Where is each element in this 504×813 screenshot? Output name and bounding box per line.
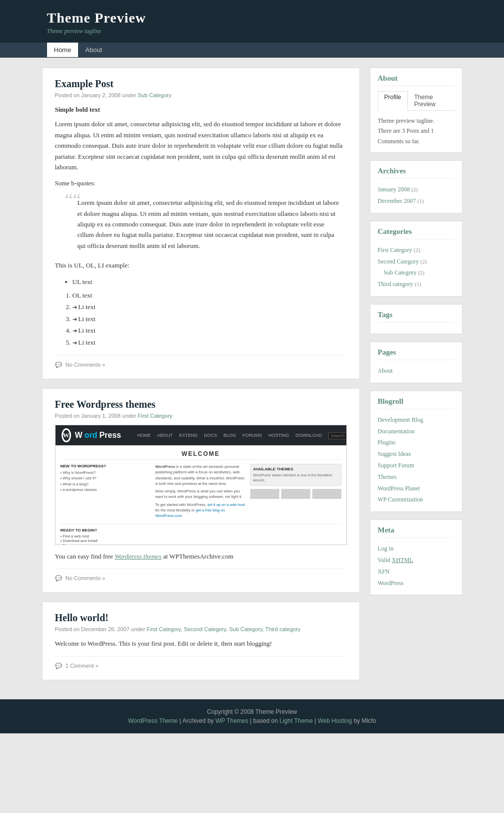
widget-categories-title: Categories [378,227,454,239]
blogroll-docs-link[interactable]: Documentation [378,428,415,435]
cat-first: First Category (2) [378,244,454,256]
cat-third: Third category (1) [378,279,454,290]
wordpress-screenshot: W WordPress HOME ABOUT EXTEND DOCS BLOG … [55,425,347,545]
list-intro: This is UL, OL, LI example: [55,260,347,270]
wp-logo-text: WordPress [75,431,121,440]
tab-theme-preview[interactable]: Theme Preview [408,91,454,110]
post-title-free-themes: Free Wordpress themes [55,399,347,410]
cat-second: Second Category (2) [378,256,454,267]
blogroll-planet-link[interactable]: WordPress Planet [378,485,420,492]
post-title-hello: Hello world! [55,612,347,624]
wp-mock-cols: NEW TO WORDPRESS? • Why is WordPress? • … [61,464,341,518]
comment-link-hello[interactable]: 1 Comment » [66,663,99,669]
wp-search-input[interactable] [328,432,347,439]
meta-login: Log in [378,543,454,555]
ul-item: UL text [73,276,347,288]
meta-login-link[interactable]: Log in [378,545,394,552]
comment-icon-2: 💬 [55,575,62,581]
archive-jan-2008-link[interactable]: January 2008 [378,186,410,193]
sidebar: About Profile Theme Preview Theme previe… [370,68,462,689]
blogroll-list: Development Blog Documentation Plugins S… [378,414,454,505]
footer-web-hosting-link[interactable]: Web Hosting [318,717,352,724]
about-content: Theme preview tagline. There are 3 Posts… [378,116,454,146]
footer-wp-theme-link[interactable]: WordPress Theme [128,717,178,724]
site-title: Theme Preview [47,10,457,26]
post-body-hello: Welcome to WordPress. This is your first… [55,638,347,649]
about-tabs: Profile Theme Preview [378,91,454,111]
post-example: Example Post Posted on January 2, 2008 u… [42,68,360,379]
hello-body-text: Welcome to WordPress. This is your first… [55,638,347,649]
blogroll-themes-link[interactable]: Themes [378,473,397,480]
widget-about-title: About [378,74,454,86]
meta-xhtml: Valid XHTML [378,555,454,566]
no-comments-link-2[interactable]: No Comments » [66,575,105,581]
widget-blogroll-title: Blogroll [378,397,454,409]
blogroll-customization-link[interactable]: WP Customization [378,496,423,503]
cat-third-link[interactable]: Third category [378,281,413,288]
cat-sub: Sub Category (2) [378,267,454,279]
post-body-free-themes: You can easy find free Wordpress themes … [55,551,347,562]
li-item-1: Li text [73,301,347,313]
blogroll-dev-link[interactable]: Development Blog [378,416,423,423]
blogroll-planet: WordPress Planet [378,483,454,494]
archive-jan-2008: January 2008 (2) [378,184,454,195]
wp-mock-search [328,431,347,439]
footer-copyright: Copyright © 2008 Theme Preview [10,708,494,715]
ol-item: OL text [73,290,347,301]
post-meta-hello: Posted on December 26, 2007 under First … [55,626,347,632]
wp-img-row [250,489,341,499]
widget-meta: Meta Log in Valid XHTML XFN WordPress [370,519,462,595]
widget-pages-title: Pages [378,348,454,360]
archive-dec-2007: December 2007 (1) [378,195,454,207]
wp-mock-header: W WordPress HOME ABOUT EXTEND DOCS BLOG … [56,425,346,445]
meta-wordpress: WordPress [378,578,454,589]
list-section: UL text OL text Li text Li text Li text … [65,276,347,348]
blogroll-support-link[interactable]: Support Forum [378,462,414,469]
wp-col-new: NEW TO WORDPRESS? • Why is WordPress? • … [61,464,152,518]
cat-first-link[interactable]: First Category [378,246,412,253]
widget-tags-title: Tags [378,311,454,323]
wp-thumb-1 [250,489,279,499]
archive-dec-2007-link[interactable]: December 2007 [378,197,416,204]
about-line1: Theme preview tagline. [378,116,454,126]
no-comments-link[interactable]: No Comments » [66,362,105,368]
about-line2: There are 3 Posts and 1 Comments so far. [378,126,454,146]
blogroll-suggest: Suggest Ideas [378,448,454,460]
footer-links: WordPress Theme | Archived by WP Themes … [10,717,494,724]
post-meta-free-themes: Posted on January 1, 2008 under First Ca… [55,413,347,419]
nav-item-about[interactable]: About [78,43,109,57]
wp-col-right: Available Themes WordPress' admin interf… [250,464,341,518]
blogroll-plugins-link[interactable]: Plugins [378,439,396,446]
meta-xhtml-link[interactable]: Valid XHTML [378,557,413,564]
post-category-link[interactable]: Sub Category [138,92,171,98]
post-footer-example: 💬 No Comments » [55,355,347,369]
wp-thumb-3 [312,489,341,499]
comment-icon-3: 💬 [55,663,62,669]
post-category-link-free[interactable]: First Category [138,413,172,419]
site-header: Theme Preview Theme preview tagline [0,0,504,43]
tab-profile[interactable]: Profile [378,91,408,111]
footer-light-theme-link[interactable]: Light Theme [280,717,313,724]
meta-xfn-link[interactable]: XFN [378,568,390,575]
blogroll-themes: Themes [378,471,454,483]
footer-wp-themes-link[interactable]: WP Themes [215,717,248,724]
meta-wordpress-link[interactable]: WordPress [378,580,404,587]
main-content: Example Post Posted on January 2, 2008 u… [42,68,360,689]
widget-pages: Pages About [370,342,462,383]
wp-ready-section: READY TO BEGIN? • Find a web host • Down… [61,523,341,545]
wp-welcome-text: WELCOME [61,450,341,460]
wordpress-themes-link[interactable]: Wordpress themes [115,553,162,560]
blogroll-suggest-link[interactable]: Suggest Ideas [378,450,411,457]
cat-sub-link[interactable]: Sub Category [384,269,417,276]
navigation: Home About [0,43,504,58]
cat-second-link[interactable]: Second Category [378,258,419,265]
post-meta-example: Posted on January 2, 2008 under Sub Cate… [55,92,347,98]
page-about-link[interactable]: About [378,367,393,374]
nav-item-home[interactable]: Home [47,43,79,57]
post-blockquote: Lorem ipsum dolor sit amet, consectetur … [70,193,347,255]
blogroll-support: Support Forum [378,460,454,471]
wp-thumb-2 [281,489,310,499]
archives-list: January 2008 (2) December 2007 (1) [378,184,454,207]
categories-list: First Category (2) Second Category (2) S… [378,244,454,290]
widget-tags: Tags [370,304,462,334]
